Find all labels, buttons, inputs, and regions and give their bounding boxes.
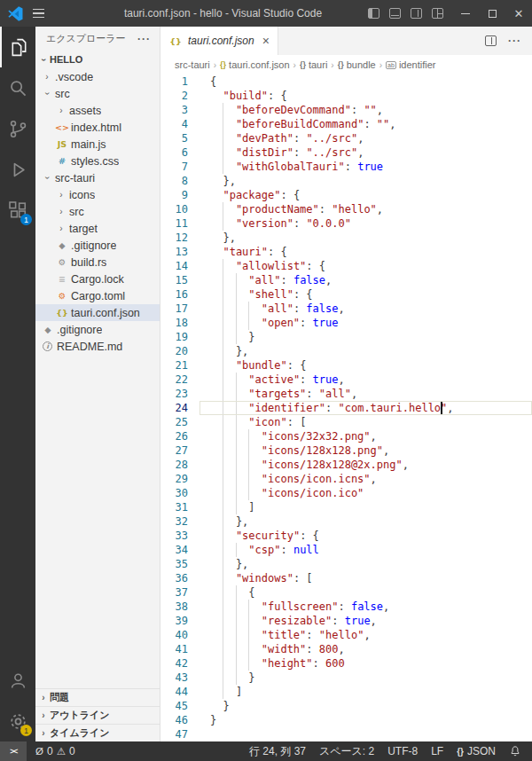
line-number[interactable]: 11 — [160, 216, 200, 231]
line-number[interactable]: 15 — [160, 273, 200, 287]
sidebar-pane-problems[interactable]: ›問題 — [35, 688, 160, 706]
split-editor-icon[interactable] — [485, 35, 497, 46]
tree-item-src-tauri[interactable]: ›src-tauri — [35, 169, 160, 186]
code-line[interactable]: 24 "identifier": "com.tauri.hello", — [160, 401, 532, 415]
line-number[interactable]: 25 — [160, 415, 200, 429]
activity-search[interactable] — [0, 67, 35, 108]
breadcrumb-item-tauri[interactable]: {}tauri — [300, 59, 327, 70]
code-line[interactable]: 20 }, — [160, 344, 532, 358]
line-number[interactable]: 46 — [160, 713, 200, 727]
code-line[interactable]: 4 "beforeBuildCommand": "", — [160, 117, 532, 131]
breadcrumb-item-identifier[interactable]: abidentifier — [386, 59, 435, 70]
line-number[interactable]: 6 — [160, 145, 200, 160]
code-line[interactable]: 44 ] — [160, 685, 532, 699]
code-line[interactable]: 34 "csp": null — [160, 543, 532, 557]
activity-settings[interactable]: 1 — [0, 701, 35, 741]
code-line[interactable]: 25 "icon": [ — [160, 415, 532, 429]
code-line[interactable]: 29 "icons/icon.icns", — [160, 472, 532, 486]
activity-source-control[interactable] — [0, 108, 35, 149]
tree-item-tauri-conf-json[interactable]: {}tauri.conf.json — [35, 304, 160, 321]
tree-item-src[interactable]: ›src — [35, 85, 160, 102]
line-number[interactable]: 10 — [160, 202, 200, 216]
tree-item-styles-css[interactable]: #styles.css — [35, 153, 160, 169]
menu-icon[interactable] — [33, 9, 44, 19]
problems-status[interactable]: Ø 0 ⚠ 0 — [32, 745, 79, 757]
activity-run-debug[interactable] — [0, 149, 35, 190]
close-tab-icon[interactable]: × — [262, 34, 270, 48]
code-line[interactable]: 39 "resizable": true, — [160, 614, 532, 628]
code-line[interactable]: 31 ] — [160, 500, 532, 514]
line-number[interactable]: 16 — [160, 287, 200, 302]
line-number[interactable]: 34 — [160, 543, 200, 557]
code-line[interactable]: 37 { — [160, 585, 532, 600]
line-number[interactable]: 17 — [160, 302, 200, 316]
line-number[interactable]: 47 — [160, 727, 200, 741]
code-line[interactable]: 18 "open": true — [160, 316, 532, 330]
line-number[interactable]: 36 — [160, 571, 200, 585]
line-number[interactable]: 22 — [160, 373, 200, 387]
code-line[interactable]: 11 "version": "0.0.0" — [160, 216, 532, 231]
line-number[interactable]: 28 — [160, 458, 200, 472]
code-line[interactable]: 7 "withGlobalTauri": true — [160, 160, 532, 174]
maximize-button[interactable] — [479, 0, 505, 27]
section-hello[interactable]: › HELLO — [35, 51, 160, 68]
activity-account[interactable] — [0, 660, 35, 701]
code-line[interactable]: 2 "build": { — [160, 89, 532, 103]
line-number[interactable]: 13 — [160, 245, 200, 259]
tree-item-cargo-lock[interactable]: ≡Cargo.lock — [35, 271, 160, 287]
line-number[interactable]: 39 — [160, 614, 200, 628]
line-number[interactable]: 44 — [160, 685, 200, 699]
status-indentation[interactable]: スペース: 2 — [319, 744, 374, 759]
more-actions-icon[interactable]: ··· — [137, 33, 151, 45]
tree-item-build-rs[interactable]: ⚙build.rs — [35, 254, 160, 271]
status-language-mode[interactable]: {}JSON — [457, 745, 496, 757]
breadcrumb-item-src-tauri[interactable]: src-tauri — [175, 59, 210, 70]
line-number[interactable]: 43 — [160, 671, 200, 685]
code-line[interactable]: 8 }, — [160, 174, 532, 188]
line-number[interactable]: 37 — [160, 585, 200, 600]
code-line[interactable]: 27 "icons/128x128.png", — [160, 443, 532, 458]
line-number[interactable]: 30 — [160, 486, 200, 500]
tree-item-main-js[interactable]: JSmain.js — [35, 136, 160, 153]
activity-explorer[interactable] — [0, 27, 35, 67]
line-number[interactable]: 27 — [160, 443, 200, 458]
line-number[interactable]: 26 — [160, 429, 200, 443]
line-number[interactable]: 4 — [160, 117, 200, 131]
tree-item-index-html[interactable]: <>index.html — [35, 119, 160, 136]
tree-item-cargo-toml[interactable]: ⚙Cargo.toml — [35, 287, 160, 304]
code-line[interactable]: 19 } — [160, 330, 532, 344]
code-line[interactable]: 46} — [160, 713, 532, 727]
line-number[interactable]: 38 — [160, 600, 200, 614]
line-number[interactable]: 31 — [160, 500, 200, 514]
line-number[interactable]: 33 — [160, 529, 200, 543]
line-number[interactable]: 41 — [160, 642, 200, 656]
line-number[interactable]: 21 — [160, 358, 200, 373]
code-line[interactable]: 14 "allowlist": { — [160, 259, 532, 273]
code-line[interactable]: 9 "package": { — [160, 188, 532, 202]
line-number[interactable]: 5 — [160, 131, 200, 145]
code-line[interactable]: 43 } — [160, 671, 532, 685]
code-line[interactable]: 28 "icons/128x128@2x.png", — [160, 458, 532, 472]
line-number[interactable]: 29 — [160, 472, 200, 486]
line-number[interactable]: 20 — [160, 344, 200, 358]
code-line[interactable]: 40 "title": "hello", — [160, 628, 532, 642]
code-area[interactable]: 1{2 "build": {3 "beforeDevCommand": "",4… — [160, 75, 532, 741]
status-cursor-position[interactable]: 行 24, 列 37 — [249, 744, 306, 759]
toggle-panel-icon[interactable] — [389, 8, 401, 19]
line-number[interactable]: 23 — [160, 387, 200, 401]
line-number[interactable]: 32 — [160, 514, 200, 529]
code-line[interactable]: 30 "icons/icon.ico" — [160, 486, 532, 500]
toggle-sidebar-icon[interactable] — [368, 8, 379, 19]
remote-indicator[interactable]: >< — [0, 741, 27, 761]
line-number[interactable]: 19 — [160, 330, 200, 344]
line-number[interactable]: 40 — [160, 628, 200, 642]
code-line[interactable]: 42 "height": 600 — [160, 656, 532, 671]
line-number[interactable]: 7 — [160, 160, 200, 174]
tree-item--vscode[interactable]: ›.vscode — [35, 68, 160, 85]
line-number[interactable]: 35 — [160, 557, 200, 571]
line-number[interactable]: 1 — [160, 75, 200, 89]
breadcrumb-item-bundle[interactable]: {}bundle — [338, 59, 376, 70]
line-number[interactable]: 12 — [160, 231, 200, 245]
status-encoding[interactable]: UTF-8 — [387, 745, 418, 757]
line-number[interactable]: 2 — [160, 89, 200, 103]
